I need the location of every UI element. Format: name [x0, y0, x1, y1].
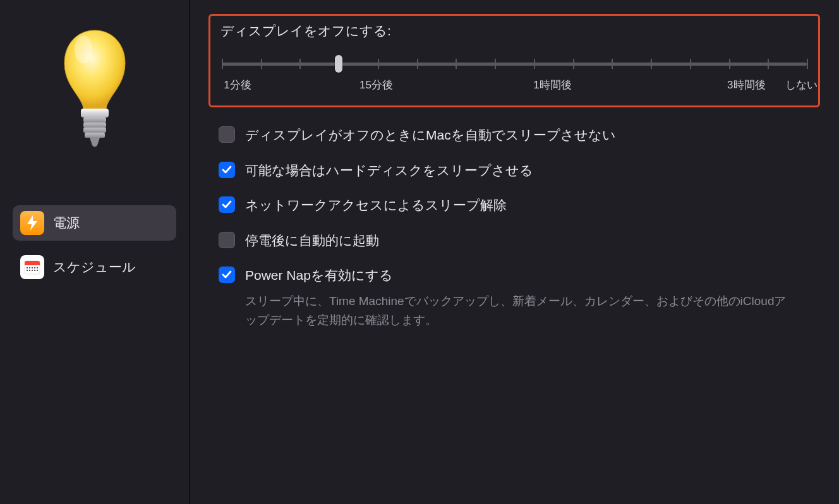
svg-rect-8: [25, 264, 40, 265]
energy-options-list: ディスプレイがオフのときにMacを自動でスリープさせない可能な場合はハードディス…: [208, 125, 820, 330]
option-row: Power Napを有効にするスリープ中に、Time Machineでバックアッ…: [219, 265, 810, 330]
svg-rect-11: [32, 267, 33, 268]
option-label: Power Napを有効にする: [245, 265, 810, 285]
sidebar-item-label: 電源: [53, 214, 80, 232]
energy-saver-icon: [54, 19, 136, 171]
option-checkbox[interactable]: [219, 196, 235, 213]
sidebar-item-label: スケジュール: [53, 258, 136, 276]
option-label: 停電後に自動的に起動: [245, 231, 810, 251]
option-row: ディスプレイがオフのときにMacを自動でスリープさせない: [219, 125, 810, 145]
sidebar: 電源: [0, 0, 190, 504]
option-description: スリープ中に、Time Machineでバックアップし、新着メール、カレンダー、…: [245, 292, 795, 330]
option-checkbox[interactable]: [219, 267, 235, 283]
svg-rect-0: [81, 109, 109, 117]
main-content: ディスプレイをオフにする: 1分後 15分後 1時間後 3時間後 しない ディス…: [190, 0, 839, 504]
svg-rect-16: [32, 270, 33, 271]
slider-label-never: しない: [785, 78, 818, 92]
svg-rect-14: [27, 270, 28, 271]
svg-rect-4: [85, 133, 105, 138]
calendar-icon: [20, 255, 44, 279]
option-row: 可能な場合はハードディスクをスリープさせる: [219, 160, 810, 181]
sidebar-item-schedule[interactable]: スケジュール: [13, 249, 176, 285]
svg-rect-3: [83, 128, 106, 133]
svg-point-5: [75, 35, 92, 63]
svg-rect-2: [83, 123, 106, 128]
option-content: Power Napを有効にするスリープ中に、Time Machineでバックアッ…: [245, 265, 810, 330]
display-sleep-label: ディスプレイをオフにする:: [220, 22, 808, 40]
sidebar-nav-list: 電源: [13, 205, 176, 294]
option-checkbox[interactable]: [219, 162, 235, 178]
option-label: ネットワークアクセスによるスリープ解除: [245, 195, 810, 215]
slider-label-1min: 1分後: [224, 78, 251, 92]
option-content: ディスプレイがオフのときにMacを自動でスリープさせない: [245, 125, 810, 145]
option-checkbox[interactable]: [219, 232, 235, 248]
option-label: 可能な場合はハードディスクをスリープさせる: [245, 160, 810, 181]
display-sleep-slider-section: ディスプレイをオフにする: 1分後 15分後 1時間後 3時間後 しない: [208, 14, 820, 107]
slider-thumb[interactable]: [335, 55, 342, 73]
option-row: 停電後に自動的に起動: [219, 231, 810, 251]
slider-label-1hr: 1時間後: [533, 78, 571, 92]
svg-rect-12: [34, 267, 35, 268]
sidebar-item-power[interactable]: 電源: [13, 205, 176, 241]
svg-rect-9: [27, 267, 28, 268]
svg-rect-10: [29, 267, 30, 268]
svg-rect-1: [83, 117, 106, 123]
svg-rect-13: [37, 267, 38, 268]
option-label: ディスプレイがオフのときにMacを自動でスリープさせない: [245, 125, 810, 145]
option-content: ネットワークアクセスによるスリープ解除: [245, 195, 810, 215]
option-checkbox[interactable]: [219, 126, 235, 143]
svg-rect-15: [29, 270, 30, 271]
svg-rect-17: [34, 270, 35, 271]
option-content: 可能な場合はハードディスクをスリープさせる: [245, 160, 810, 181]
slider-label-3hr: 3時間後: [727, 78, 765, 92]
bolt-icon: [20, 211, 44, 235]
slider-ticks: [222, 59, 807, 69]
display-sleep-slider[interactable]: [222, 52, 807, 78]
slider-value-labels: 1分後 15分後 1時間後 3時間後 しない: [220, 78, 808, 95]
option-content: 停電後に自動的に起動: [245, 231, 810, 251]
option-row: ネットワークアクセスによるスリープ解除: [219, 195, 810, 215]
slider-label-15min: 15分後: [359, 78, 393, 92]
svg-rect-18: [37, 270, 38, 271]
